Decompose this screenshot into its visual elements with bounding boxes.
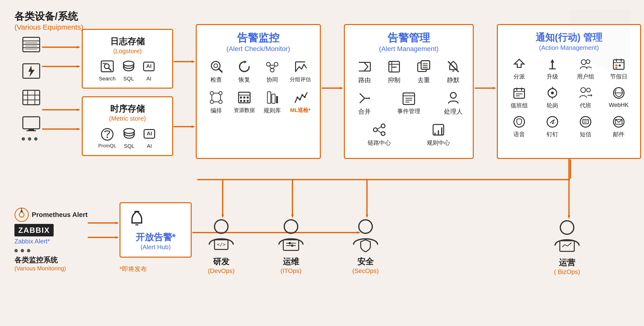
svg-point-47	[270, 68, 274, 72]
alert-mgmt-dedup: 去重	[411, 60, 436, 84]
alertcheck-to-alertmgmt-arrow	[322, 87, 344, 90]
action-mgmt-title-zh: 通知(行动) 管理	[504, 31, 634, 44]
monitoring-dots	[14, 249, 88, 252]
logstore-sql: SQL	[122, 60, 136, 82]
group-label: 分组评估	[290, 76, 311, 83]
svg-point-177	[284, 220, 298, 233]
alert-check-row2: 编排 资源数据	[204, 90, 313, 114]
alert-mgmt-silence: 静默	[440, 60, 466, 84]
device-to-metricstore-arrow-1	[42, 108, 80, 111]
webhook-label: WebHK	[609, 102, 628, 108]
alert-check-item-arrange: 编排	[204, 90, 229, 114]
svg-line-42	[218, 69, 222, 72]
alert-hub-title-blue: 开放告警*	[127, 231, 184, 243]
action-voice: 语音	[504, 115, 534, 138]
logstore-sql-label: SQL	[123, 76, 134, 82]
devops-arrow	[221, 180, 224, 218]
svg-point-45	[266, 62, 270, 66]
alert-mgmt-handler: 处理人	[440, 91, 466, 116]
sms-label: 短信	[580, 130, 591, 138]
svg-point-73	[299, 98, 301, 100]
action-holiday: 节假日	[604, 57, 634, 80]
alert-mgmt-route: 路由	[352, 60, 377, 84]
action-dispatch: 分派	[504, 57, 534, 80]
silence-label: 静默	[447, 76, 460, 84]
svg-marker-167	[222, 215, 224, 218]
collab-label: 协同	[266, 76, 278, 84]
svg-point-103	[374, 128, 377, 132]
alert-mgmt-event: 事件管理	[381, 91, 436, 116]
recipient-bizops: 运营 ( BizOps)	[550, 219, 584, 276]
recipient-itops: 运维 (ITOps)	[274, 218, 308, 275]
svg-line-107	[377, 130, 381, 133]
metric-store-promql: PromQL	[98, 127, 116, 149]
alert-hub-bell	[127, 209, 184, 228]
arrange-label: 编排	[210, 107, 222, 114]
svg-text:</>: </>	[217, 241, 226, 247]
alert-check-title-zh: 告警监控	[204, 31, 313, 45]
check-label: 检查	[210, 76, 222, 84]
alert-mgmt-title-en: (Alert Management)	[352, 45, 466, 53]
action-webhook: WebHK	[604, 86, 634, 109]
alert-check-item-restore: 恢复	[232, 60, 257, 84]
svg-rect-126	[616, 67, 617, 68]
alert-check-row1: 检查 恢复	[204, 60, 313, 84]
svg-point-153	[19, 212, 24, 217]
action-sms: 短信	[571, 115, 600, 138]
substitute-label: 代班	[580, 102, 591, 109]
svg-line-106	[377, 127, 381, 129]
svg-point-102	[450, 92, 456, 98]
event-label: 事件管理	[397, 107, 420, 115]
svg-point-119	[586, 60, 590, 64]
logstore-ai: AI AI	[142, 60, 156, 82]
logstore-to-alertcheck-arrow	[174, 60, 195, 63]
recipient-secops: 安全 (SecOps)	[349, 218, 382, 275]
action-mgmt-row1: 分派 升级 用户组	[504, 57, 634, 80]
svg-rect-120	[614, 60, 624, 69]
metric-store-ai: AI AI	[142, 127, 156, 149]
secops-label-en: (SecOps)	[349, 267, 382, 275]
svg-point-184	[560, 221, 574, 234]
zabbix-label-row: Zabbix Alert*	[14, 238, 88, 245]
various-equipments-title-zh: 各类设备/系统	[14, 10, 83, 23]
svg-rect-127	[514, 89, 524, 98]
svg-point-74	[301, 94, 303, 96]
alert-mgmt-merge: 合并	[352, 91, 377, 116]
svg-marker-24	[77, 128, 80, 130]
prometheus-to-alerthub-arrow	[88, 222, 119, 224]
action-rotation: 轮岗	[538, 86, 567, 109]
alertmgmt-to-actionmgmt-arrow	[475, 87, 496, 90]
various-equipments-title-en: (Various Equipments)	[14, 23, 83, 31]
alert-check-item-ml: ML巡检*	[288, 90, 313, 114]
svg-rect-71	[276, 96, 278, 103]
svg-point-55	[210, 100, 214, 103]
svg-marker-141	[591, 94, 592, 97]
zabbix-label: Zabbix Alert*	[14, 238, 50, 245]
svg-point-56	[219, 100, 222, 103]
suppress-label: 抑制	[388, 76, 400, 84]
metricstore-to-alertcheck-arrow	[174, 125, 195, 128]
alert-check-item-collab: 协同	[260, 60, 285, 84]
logstore-ai-label: AI	[146, 76, 151, 82]
route-label: 路由	[358, 76, 371, 84]
svg-marker-116	[550, 59, 554, 63]
alert-mgmt-row2: 合并 事件管理 处	[352, 91, 466, 116]
voice-label: 语音	[514, 130, 525, 138]
alert-check-item-check: 检查	[204, 60, 229, 84]
action-mgmt-title-en: (Action Management)	[504, 44, 634, 52]
svg-point-139	[586, 88, 590, 92]
svg-rect-63	[240, 97, 242, 98]
handler-label: 处理人	[444, 107, 463, 116]
ml-label: ML巡检*	[290, 107, 310, 114]
alert-mgmt-row3: 链路中心 规则中心	[352, 122, 466, 147]
various-equipments-section: 各类设备/系统 (Various Equipments)	[14, 10, 83, 31]
alert-hub-title-en: (Alert Hub)	[127, 243, 184, 251]
svg-rect-65	[247, 97, 249, 98]
metric-store-ai-label: AI	[147, 143, 152, 149]
action-upgrade: 升级	[538, 57, 567, 80]
svg-marker-44	[244, 60, 247, 63]
prometheus-logo-row: Prometheus Alert	[14, 208, 88, 222]
alert-mgmt-chain: 链路中心	[352, 122, 407, 147]
dedup-label: 去重	[418, 76, 430, 84]
svg-point-134	[551, 91, 554, 94]
